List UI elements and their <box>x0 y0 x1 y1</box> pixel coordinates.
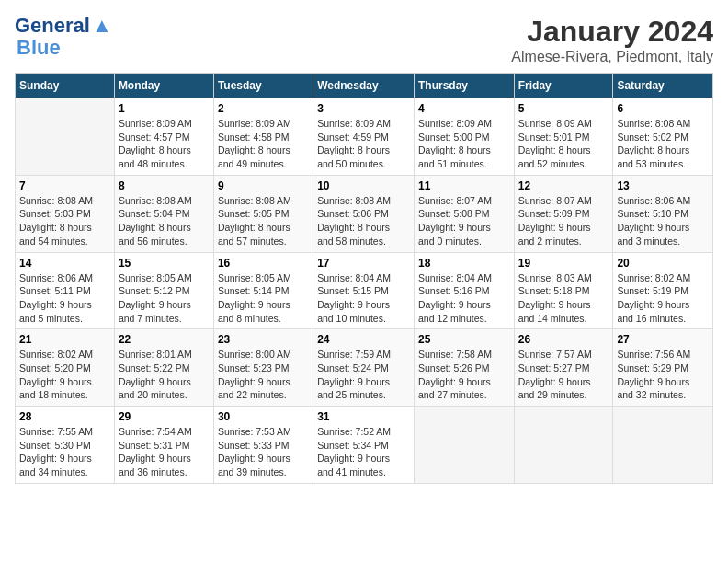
day-info: Sunrise: 8:02 AM Sunset: 5:19 PM Dayligh… <box>617 271 709 326</box>
day-info: Sunrise: 8:00 AM Sunset: 5:23 PM Dayligh… <box>218 348 309 402</box>
day-info: Sunrise: 7:52 AM Sunset: 5:34 PM Dayligh… <box>317 425 410 479</box>
day-number: 20 <box>617 257 709 270</box>
day-info: Sunrise: 8:06 AM Sunset: 5:10 PM Dayligh… <box>617 194 709 248</box>
day-info: Sunrise: 8:06 AM Sunset: 5:11 PM Dayligh… <box>19 271 110 326</box>
calendar-cell: 17Sunrise: 8:04 AM Sunset: 5:15 PM Dayli… <box>313 252 415 329</box>
calendar-week-row: 28Sunrise: 7:55 AM Sunset: 5:30 PM Dayli… <box>16 407 713 484</box>
day-number: 21 <box>19 333 110 346</box>
calendar-cell <box>613 407 713 484</box>
weekday-header-row: SundayMondayTuesdayWednesdayThursdayFrid… <box>16 74 713 98</box>
day-info: Sunrise: 8:01 AM Sunset: 5:22 PM Dayligh… <box>119 348 210 402</box>
day-info: Sunrise: 7:56 AM Sunset: 5:29 PM Dayligh… <box>617 348 709 402</box>
calendar-cell: 25Sunrise: 7:58 AM Sunset: 5:26 PM Dayli… <box>414 329 514 407</box>
calendar-cell: 21Sunrise: 8:02 AM Sunset: 5:20 PM Dayli… <box>16 329 115 407</box>
calendar-table: SundayMondayTuesdayWednesdayThursdayFrid… <box>15 73 713 484</box>
calendar-cell: 9Sunrise: 8:08 AM Sunset: 5:05 PM Daylig… <box>213 175 313 252</box>
day-number: 16 <box>218 257 309 270</box>
calendar-week-row: 7Sunrise: 8:08 AM Sunset: 5:03 PM Daylig… <box>16 175 713 252</box>
calendar-cell: 8Sunrise: 8:08 AM Sunset: 5:04 PM Daylig… <box>114 175 213 252</box>
calendar-cell <box>514 407 613 484</box>
day-number: 7 <box>19 179 110 192</box>
calendar-week-row: 14Sunrise: 8:06 AM Sunset: 5:11 PM Dayli… <box>16 252 713 329</box>
day-info: Sunrise: 7:53 AM Sunset: 5:33 PM Dayligh… <box>218 425 309 479</box>
day-number: 2 <box>218 102 309 115</box>
calendar-cell: 2Sunrise: 8:09 AM Sunset: 4:58 PM Daylig… <box>213 98 313 176</box>
day-number: 15 <box>119 257 210 270</box>
calendar-cell: 15Sunrise: 8:05 AM Sunset: 5:12 PM Dayli… <box>114 252 213 329</box>
calendar-cell <box>16 98 115 176</box>
day-number: 22 <box>119 333 210 346</box>
calendar-week-row: 21Sunrise: 8:02 AM Sunset: 5:20 PM Dayli… <box>16 329 713 407</box>
day-number: 30 <box>218 410 309 423</box>
day-info: Sunrise: 7:58 AM Sunset: 5:26 PM Dayligh… <box>418 348 510 402</box>
day-info: Sunrise: 8:08 AM Sunset: 5:06 PM Dayligh… <box>317 194 410 248</box>
calendar-cell: 5Sunrise: 8:09 AM Sunset: 5:01 PM Daylig… <box>514 98 613 176</box>
calendar-cell: 14Sunrise: 8:06 AM Sunset: 5:11 PM Dayli… <box>16 252 115 329</box>
day-info: Sunrise: 7:57 AM Sunset: 5:27 PM Dayligh… <box>518 348 609 402</box>
weekday-header: Thursday <box>414 74 514 98</box>
calendar-cell <box>414 407 514 484</box>
calendar-cell: 12Sunrise: 8:07 AM Sunset: 5:09 PM Dayli… <box>514 175 613 252</box>
day-number: 23 <box>218 333 309 346</box>
calendar-subtitle: Almese-Rivera, Piedmont, Italy <box>511 49 713 65</box>
calendar-cell: 13Sunrise: 8:06 AM Sunset: 5:10 PM Dayli… <box>613 175 713 252</box>
day-number: 5 <box>518 102 609 115</box>
day-number: 12 <box>518 179 609 192</box>
day-number: 17 <box>317 257 410 270</box>
page-header: General▲ Blue January 2024 Almese-Rivera… <box>15 15 713 65</box>
day-info: Sunrise: 7:55 AM Sunset: 5:30 PM Dayligh… <box>19 425 110 479</box>
day-info: Sunrise: 8:08 AM Sunset: 5:02 PM Dayligh… <box>617 117 709 171</box>
day-info: Sunrise: 8:04 AM Sunset: 5:16 PM Dayligh… <box>418 271 510 326</box>
day-info: Sunrise: 8:09 AM Sunset: 5:00 PM Dayligh… <box>418 117 510 171</box>
calendar-cell: 24Sunrise: 7:59 AM Sunset: 5:24 PM Dayli… <box>313 329 415 407</box>
day-number: 11 <box>418 179 510 192</box>
calendar-cell: 7Sunrise: 8:08 AM Sunset: 5:03 PM Daylig… <box>16 175 115 252</box>
calendar-cell: 19Sunrise: 8:03 AM Sunset: 5:18 PM Dayli… <box>514 252 613 329</box>
calendar-title: January 2024 <box>511 15 713 49</box>
weekday-header: Friday <box>514 74 613 98</box>
day-info: Sunrise: 8:07 AM Sunset: 5:09 PM Dayligh… <box>518 194 609 248</box>
calendar-cell: 23Sunrise: 8:00 AM Sunset: 5:23 PM Dayli… <box>213 329 313 407</box>
weekday-header: Wednesday <box>313 74 415 98</box>
day-number: 4 <box>418 102 510 115</box>
day-number: 19 <box>518 257 609 270</box>
weekday-header: Tuesday <box>213 74 313 98</box>
calendar-cell: 27Sunrise: 7:56 AM Sunset: 5:29 PM Dayli… <box>613 329 713 407</box>
day-number: 27 <box>617 333 709 346</box>
day-number: 10 <box>317 179 410 192</box>
day-info: Sunrise: 8:08 AM Sunset: 5:04 PM Dayligh… <box>119 194 210 248</box>
day-number: 29 <box>119 410 210 423</box>
day-info: Sunrise: 8:09 AM Sunset: 4:58 PM Dayligh… <box>218 117 309 171</box>
day-number: 1 <box>119 102 210 115</box>
day-number: 9 <box>218 179 309 192</box>
day-number: 14 <box>19 257 110 270</box>
day-info: Sunrise: 8:05 AM Sunset: 5:14 PM Dayligh… <box>218 271 309 326</box>
day-number: 26 <box>518 333 609 346</box>
calendar-cell: 26Sunrise: 7:57 AM Sunset: 5:27 PM Dayli… <box>514 329 613 407</box>
day-number: 18 <box>418 257 510 270</box>
logo-blue: Blue <box>17 37 61 59</box>
day-number: 3 <box>317 102 410 115</box>
calendar-week-row: 1Sunrise: 8:09 AM Sunset: 4:57 PM Daylig… <box>16 98 713 176</box>
day-number: 25 <box>418 333 510 346</box>
calendar-cell: 30Sunrise: 7:53 AM Sunset: 5:33 PM Dayli… <box>213 407 313 484</box>
day-info: Sunrise: 8:09 AM Sunset: 5:01 PM Dayligh… <box>518 117 609 171</box>
weekday-header: Saturday <box>613 74 713 98</box>
day-number: 28 <box>19 410 110 423</box>
calendar-cell: 10Sunrise: 8:08 AM Sunset: 5:06 PM Dayli… <box>313 175 415 252</box>
day-info: Sunrise: 8:05 AM Sunset: 5:12 PM Dayligh… <box>119 271 210 326</box>
day-info: Sunrise: 8:08 AM Sunset: 5:03 PM Dayligh… <box>19 194 110 248</box>
day-info: Sunrise: 8:03 AM Sunset: 5:18 PM Dayligh… <box>518 271 609 326</box>
day-number: 8 <box>119 179 210 192</box>
day-info: Sunrise: 8:08 AM Sunset: 5:05 PM Dayligh… <box>218 194 309 248</box>
day-info: Sunrise: 7:54 AM Sunset: 5:31 PM Dayligh… <box>119 425 210 479</box>
day-info: Sunrise: 7:59 AM Sunset: 5:24 PM Dayligh… <box>317 348 410 402</box>
calendar-cell: 4Sunrise: 8:09 AM Sunset: 5:00 PM Daylig… <box>414 98 514 176</box>
calendar-cell: 3Sunrise: 8:09 AM Sunset: 4:59 PM Daylig… <box>313 98 415 176</box>
day-info: Sunrise: 8:04 AM Sunset: 5:15 PM Dayligh… <box>317 271 410 326</box>
calendar-cell: 28Sunrise: 7:55 AM Sunset: 5:30 PM Dayli… <box>16 407 115 484</box>
calendar-cell: 1Sunrise: 8:09 AM Sunset: 4:57 PM Daylig… <box>114 98 213 176</box>
weekday-header: Monday <box>114 74 213 98</box>
day-info: Sunrise: 8:07 AM Sunset: 5:08 PM Dayligh… <box>418 194 510 248</box>
day-info: Sunrise: 8:02 AM Sunset: 5:20 PM Dayligh… <box>19 348 110 402</box>
